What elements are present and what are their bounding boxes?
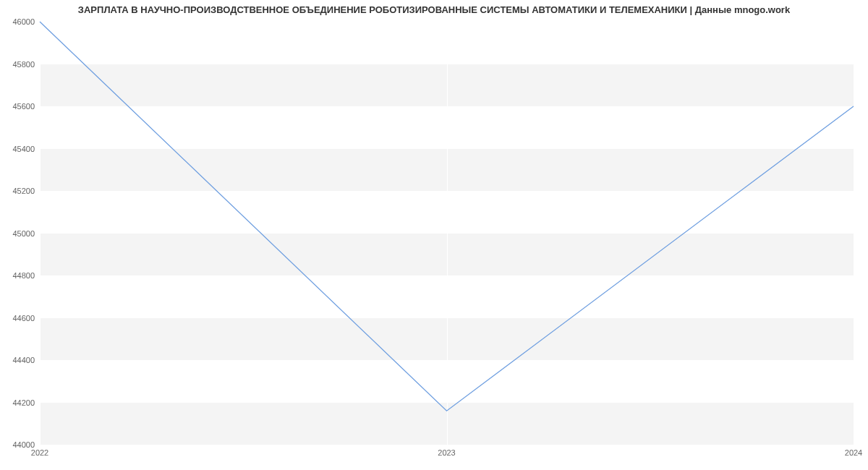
y-tick-label: 44800: [6, 271, 35, 280]
x-tick-label: 2023: [438, 448, 455, 457]
line-series: [40, 22, 854, 445]
grid-vertical: [854, 22, 854, 445]
y-tick-label: 45200: [6, 187, 35, 195]
y-tick-label: 45400: [6, 145, 35, 153]
y-tick-label: 45800: [6, 60, 35, 69]
chart-title: ЗАРПЛАТА В НАУЧНО-ПРОИЗВОДСТВЕННОЕ ОБЪЕД…: [0, 4, 868, 15]
series-line: [40, 22, 854, 411]
y-tick-label: 44200: [6, 398, 35, 407]
y-tick-label: 44400: [6, 356, 35, 364]
y-tick-label: 45000: [6, 229, 35, 238]
plot-area: [40, 22, 854, 445]
y-tick-label: 44600: [6, 314, 35, 322]
x-tick-label: 2024: [845, 448, 862, 457]
y-tick-label: 45600: [6, 102, 35, 111]
y-tick-label: 46000: [6, 17, 35, 26]
chart-container: ЗАРПЛАТА В НАУЧНО-ПРОИЗВОДСТВЕННОЕ ОБЪЕД…: [0, 0, 868, 470]
x-tick-label: 2022: [31, 448, 48, 457]
